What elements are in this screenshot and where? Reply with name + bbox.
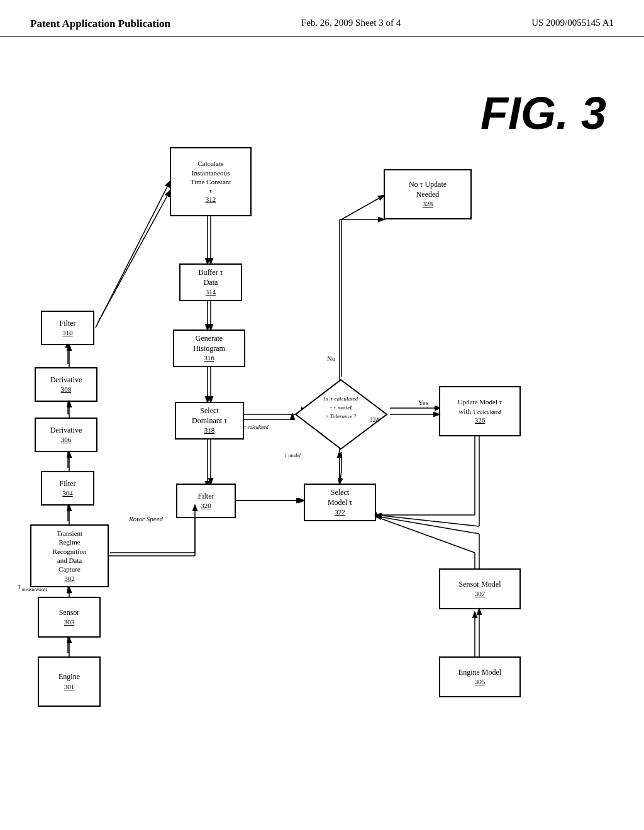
box-calculate312-num: 312 <box>206 195 216 204</box>
box-selectmodel322-num: 322 <box>335 507 345 516</box>
box-filter304: Filter 304 <box>41 471 94 506</box>
box-transient: TransientRegimeRecognitionand DataCaptur… <box>30 524 109 587</box>
box-calculate312-label: CalculateInstantaneousTime Constantτ <box>191 159 231 195</box>
box-noupdate328: No τ UpdateNeeded 328 <box>384 169 472 219</box>
box-derivative308-label: Derivative <box>50 375 82 385</box>
box-select318: SelectDominant τ 318 <box>175 402 244 440</box>
box-sensor-num: 303 <box>64 617 75 626</box>
svg-line-30 <box>96 182 170 328</box>
box-noupdate328-num: 328 <box>423 199 433 208</box>
box-enginemodel305-label: Engine Model <box>458 668 501 678</box>
box-derivative306-num: 306 <box>61 435 72 444</box>
box-sensor-label: Sensor <box>59 608 80 618</box>
box-select318-num: 318 <box>204 426 215 434</box>
box-buffer314: Buffer τData 314 <box>179 263 242 301</box>
box-selectmodel322: SelectModel τ 322 <box>304 484 376 521</box>
box-sensormodel307-label: Sensor Model <box>459 580 501 590</box>
diamond-svg: Is |τ calculated − τ model| > Tolerance … <box>292 377 390 452</box>
fig-label: FIG. 3 <box>480 87 606 139</box>
svg-text:− τ model|: − τ model| <box>329 404 352 411</box>
box-filter310-label: Filter <box>60 319 76 329</box>
box-engine-label: Engine <box>58 672 80 682</box>
box-generate316-num: 316 <box>204 353 214 362</box>
box-select318-label: SelectDominant τ <box>192 406 227 426</box>
svg-text:> Tolerance ?: > Tolerance ? <box>325 413 356 419</box>
box-calculate312: CalculateInstantaneousTime Constantτ 312 <box>170 147 252 216</box>
svg-line-43 <box>376 516 479 534</box>
tau-calculated-label: τ calculated <box>244 424 269 430</box>
svg-line-54 <box>340 471 341 484</box>
box-derivative306-label: Derivative <box>50 426 82 436</box>
box-filter304-label: Filter <box>60 479 76 489</box>
tau-model-label: τ model <box>285 452 301 458</box>
box-filter310-num: 310 <box>62 328 73 337</box>
svg-line-39 <box>341 196 384 219</box>
box-update326-num: 326 <box>475 416 486 424</box>
box-buffer314-num: 314 <box>206 287 216 296</box>
no-label: No <box>327 355 335 362</box>
svg-line-41 <box>376 515 479 526</box>
box-derivative308: Derivative 308 <box>35 367 97 402</box>
box-transient-label: TransientRegimeRecognitionand DataCaptur… <box>53 529 87 573</box>
header-center: Feb. 26, 2009 Sheet 3 of 4 <box>301 18 401 28</box>
page-header: Patent Application Publication Feb. 26, … <box>0 0 644 37</box>
svg-line-19 <box>371 515 475 553</box>
header-right: US 2009/0055145 A1 <box>531 18 614 28</box>
box-update326-label: Update Model τwith τ calculated <box>458 397 502 416</box>
box-filter320: Filter 320 <box>176 484 236 518</box>
box-derivative306: Derivative 306 <box>35 418 97 452</box>
rotor-speed-label: Rotor Speed <box>129 515 163 523</box>
box-noupdate328-label: No τ UpdateNeeded <box>409 180 447 199</box>
box-transient-num: 302 <box>64 574 75 583</box>
box-enginemodel305-num: 305 <box>475 677 486 686</box>
box-enginemodel305: Engine Model 305 <box>439 656 521 697</box>
yes-label: Yes <box>418 399 428 406</box>
box-filter320-num: 320 <box>201 501 211 510</box>
box-filter304-num: 304 <box>62 489 73 497</box>
box-filter310: Filter 310 <box>41 311 94 345</box>
box-derivative308-num: 308 <box>61 385 72 394</box>
box-buffer314-label: Buffer τData <box>199 268 223 287</box>
box-selectmodel322-label: SelectModel τ <box>328 488 352 507</box>
header-left: Patent Application Publication <box>30 18 170 30</box>
box-sensor: Sensor 303 <box>38 597 101 638</box>
box-diamond324: Is |τ calculated − τ model| > Tolerance … <box>292 377 390 452</box>
box-sensormodel307-num: 307 <box>475 589 486 598</box>
box-generate316: GenerateHistogram 316 <box>173 329 245 367</box>
box-filter320-label: Filter <box>198 492 214 502</box>
box-generate316-label: GenerateHistogram <box>193 334 225 353</box>
diagram-area: FIG. 3 <box>0 37 644 792</box>
box-update326: Update Model τwith τ calculated 326 <box>439 386 521 436</box>
box-engine-num: 301 <box>64 682 75 691</box>
box-sensormodel307: Sensor Model 307 <box>439 568 521 609</box>
box-engine: Engine 301 <box>38 656 101 707</box>
svg-text:Is |τ calculated: Is |τ calculated <box>324 396 358 402</box>
svg-text:324: 324 <box>370 416 379 423</box>
svg-line-6 <box>97 191 170 323</box>
